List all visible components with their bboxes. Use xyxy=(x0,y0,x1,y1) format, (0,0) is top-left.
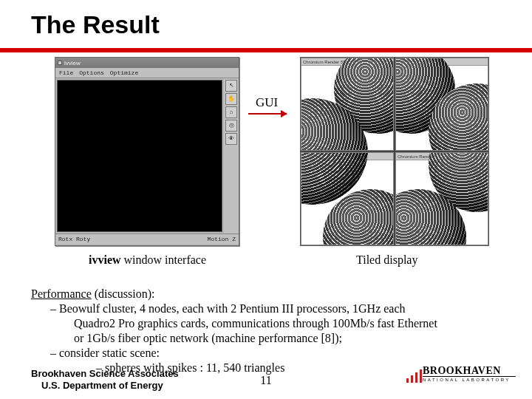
gui-label: GUI xyxy=(256,95,278,110)
menu-optimize: Optimize xyxy=(110,69,138,76)
ivview-title-text: ivview xyxy=(64,60,81,66)
affiliation-line1: Brookhaven Science Associates xyxy=(31,368,179,380)
window-control-icon xyxy=(58,61,62,65)
tile-top-right: Chromium Render SPU xyxy=(395,58,488,151)
eye-icon: 👁 xyxy=(225,133,237,145)
ivview-caption: ivview window interface xyxy=(89,253,206,267)
ivview-caption-rest: window interface xyxy=(121,253,207,266)
status-left: Rotx Roty xyxy=(58,236,90,242)
menu-file: File xyxy=(59,69,73,76)
arrow-icon xyxy=(248,113,287,115)
tile-bottom-right: Chromium Render SPU xyxy=(395,152,488,245)
logo-main-text: BROOKHAVEN xyxy=(423,365,501,377)
footer: Brookhaven Science Associates U.S. Depar… xyxy=(0,362,532,392)
perf-line3: or 1Gb/s fiber optic network (machine pe… xyxy=(74,331,504,346)
tiled-display: Chromium Render SPU Chromium Render SPU … xyxy=(300,57,489,246)
perf-line1: – Beowulf cluster, 4 nodes, each with 2 … xyxy=(50,301,504,316)
footer-affiliation: Brookhaven Science Associates U.S. Depar… xyxy=(31,368,179,392)
brookhaven-logo: BROOKHAVEN NATIONAL LABORATORY xyxy=(406,365,516,390)
logo-bars-icon xyxy=(406,368,422,383)
perf-line2: Quadro2 Pro graphics cards, communicatio… xyxy=(74,316,504,331)
affiliation-line2: U.S. Department of Energy xyxy=(31,380,179,392)
tile-top-left: Chromium Render SPU xyxy=(301,58,394,151)
performance-heading-rest: (discussion): xyxy=(92,287,155,300)
tiled-caption: Tiled display xyxy=(356,253,417,267)
performance-heading: Performance xyxy=(31,287,92,300)
ivview-window: ivview File Options Optimize ↖ ✋ ⌂ ◎ 👁 R… xyxy=(55,57,239,246)
status-right: Motion Z xyxy=(208,236,236,242)
hand-icon: ✋ xyxy=(225,93,237,105)
figure-area: ivview File Options Optimize ↖ ✋ ⌂ ◎ 👁 R… xyxy=(0,52,532,289)
target-icon: ◎ xyxy=(225,120,237,132)
pointer-icon: ↖ xyxy=(225,80,237,92)
slide-title: The Result xyxy=(0,0,532,39)
perf-line4: – consider static scene: xyxy=(50,346,504,361)
ivview-titlebar: ivview xyxy=(55,58,239,68)
ivview-statusbar: Rotx Roty Motion Z xyxy=(55,233,239,244)
page-number: 11 xyxy=(260,374,271,387)
ivview-caption-bold: ivview xyxy=(89,253,121,266)
menu-options: Options xyxy=(79,69,104,76)
ivview-toolbar: ↖ ✋ ⌂ ◎ 👁 xyxy=(224,78,239,233)
ivview-viewport xyxy=(57,80,222,232)
tile-bottom-left: Chromium Render SPU xyxy=(301,152,394,245)
home-icon: ⌂ xyxy=(225,106,237,118)
ivview-menubar: File Options Optimize xyxy=(55,68,239,78)
logo-sub-text: NATIONAL LABORATORY xyxy=(423,376,516,382)
